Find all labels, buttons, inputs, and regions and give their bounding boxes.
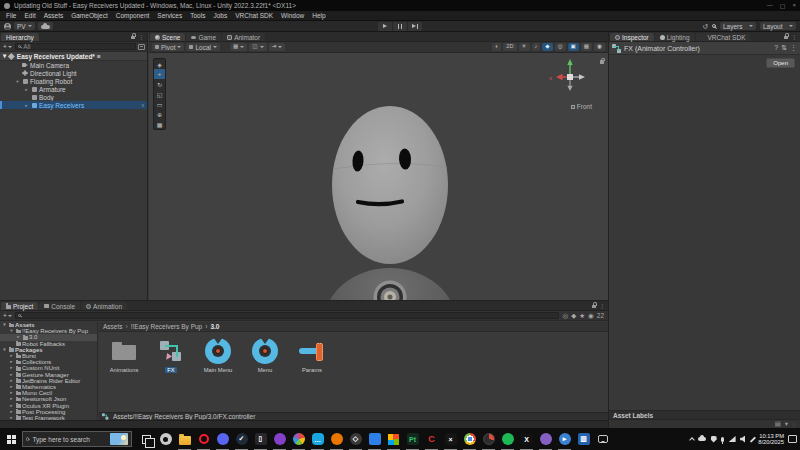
scene-audio-toggle[interactable]: ♪	[532, 43, 541, 51]
tab-lighting[interactable]: Lighting	[655, 33, 695, 41]
lock-icon[interactable]	[592, 305, 596, 308]
increment-snap-button[interactable]: ⇥	[269, 43, 286, 51]
create-asset-button[interactable]: +	[2, 312, 13, 319]
expand-arrow-icon[interactable]: ▸	[9, 372, 14, 378]
project-search-input[interactable]	[15, 312, 559, 319]
tab-scene[interactable]: Scene	[150, 33, 185, 41]
menu-item[interactable]: Tools	[186, 12, 209, 19]
save-search-icon[interactable]: ★	[579, 312, 585, 320]
snap-settings-button[interactable]: ◫	[249, 43, 266, 51]
menu-item[interactable]: Edit	[20, 12, 39, 19]
step-button[interactable]	[408, 22, 422, 31]
tab-console[interactable]: Console	[39, 302, 80, 310]
search-icon[interactable]	[712, 24, 716, 28]
lock-icon[interactable]	[784, 36, 788, 39]
expand-arrow-icon[interactable]: ▾	[3, 52, 6, 60]
scale-tool[interactable]: ◱	[154, 89, 165, 99]
expand-arrow-icon[interactable]: ▸	[9, 390, 14, 396]
visibility-toggle[interactable]: ◎	[555, 43, 566, 51]
x-black-app[interactable]: X	[517, 428, 536, 450]
x-pattern-app[interactable]: ×	[441, 428, 460, 450]
expand-arrow-icon[interactable]: ▸	[9, 365, 14, 371]
menu-item[interactable]: Component	[112, 12, 154, 19]
activity-indicator-icon[interactable]: ◌	[792, 421, 796, 428]
close-button[interactable]: ×	[792, 2, 796, 9]
expand-arrow-icon[interactable]: ▸	[9, 378, 14, 384]
hierarchy-scene-row[interactable]: ▾ Easy Receivers Updated* ≡	[0, 52, 147, 61]
scene-menu-icon[interactable]: ≡	[97, 53, 101, 60]
blue-circle-app[interactable]: ▸	[555, 428, 574, 450]
asset-fx[interactable]: FX	[149, 337, 193, 373]
menu-item[interactable]: File	[2, 12, 20, 19]
pt-app[interactable]: Pt	[403, 428, 422, 450]
layout-dropdown[interactable]: Layout	[760, 22, 796, 30]
settings-app[interactable]	[156, 428, 175, 450]
panel-menu-icon[interactable]: ⋮	[599, 302, 605, 309]
menu-item[interactable]: Window	[277, 12, 308, 19]
unity-hub-app[interactable]: ◇	[346, 428, 365, 450]
expand-arrow-icon[interactable]: ▾	[2, 322, 7, 328]
hierarchy-item-floating-robot[interactable]: ▾ Floating Robot	[0, 77, 147, 85]
asset-animations[interactable]: Animations	[102, 337, 146, 373]
tab-animator[interactable]: Animator	[222, 33, 265, 41]
hierarchy-item-main-camera[interactable]: Main Camera	[0, 61, 147, 69]
gizmos-menu-button[interactable]: ◉	[594, 43, 605, 51]
spotify-app[interactable]	[498, 428, 517, 450]
blue-square-app[interactable]: ▥	[574, 428, 593, 450]
task-view-button[interactable]	[137, 428, 156, 450]
tab-hierarchy[interactable]: Hierarchy	[1, 33, 39, 41]
minimize-button[interactable]: —	[767, 2, 773, 9]
menu-item[interactable]: GameObject	[67, 12, 112, 19]
blue-chat-app[interactable]: …	[308, 428, 327, 450]
color-grid-app[interactable]	[384, 428, 403, 450]
expand-arrow-icon[interactable]: ▸	[9, 353, 14, 359]
asset-labels-section[interactable]: Asset Labels	[609, 410, 800, 419]
expand-arrow-icon[interactable]: ▸	[9, 359, 14, 365]
rotation-mode-button[interactable]: Local	[186, 43, 220, 51]
expand-arrow-icon[interactable]: ▸	[9, 409, 14, 415]
network-icon[interactable]	[729, 436, 736, 442]
view-tool[interactable]: ◈	[154, 59, 165, 69]
checkmark-app[interactable]: ✓	[232, 428, 251, 450]
2d-toggle-button[interactable]: 2D	[503, 43, 516, 51]
menu-item[interactable]: Services	[153, 12, 186, 19]
gauge-app[interactable]	[479, 428, 498, 450]
expand-arrow-icon[interactable]: ▾	[15, 79, 20, 84]
taskbar-clock[interactable]: 10:13 PM 8/20/2025	[758, 433, 784, 446]
breadcrumb-item[interactable]: !!Easy Receivers By Pup	[123, 323, 203, 330]
scene-picker-icon[interactable]	[138, 44, 145, 50]
prefab-open-arrow-icon[interactable]: ›	[142, 102, 147, 109]
hierarchy-item-body[interactable]: Body	[0, 93, 147, 101]
c-red-app[interactable]: C	[422, 428, 441, 450]
menu-item[interactable]: Assets	[40, 12, 68, 19]
search-by-label-icon[interactable]: ◆	[571, 312, 576, 320]
grid-settings-button[interactable]: ▦	[581, 43, 592, 51]
gizmo-lock-icon[interactable]	[600, 60, 604, 63]
presets-icon[interactable]: ⇅	[781, 44, 787, 52]
scene-viewport[interactable]: ◈ + ↻ ◱ ▭ ⊕ ▦	[149, 53, 608, 300]
menu-item[interactable]: VRChat SDK	[231, 12, 277, 19]
expand-arrow-icon[interactable]: ▸	[9, 396, 14, 402]
hierarchy-item-easy-receivers[interactable]: ▸ Easy Receivers ›	[0, 101, 147, 109]
tray-expand-chevron[interactable]	[690, 436, 694, 442]
tab-game[interactable]: Game	[186, 33, 221, 41]
chat-bubble-app[interactable]	[593, 428, 612, 450]
rect-tool[interactable]: ▭	[154, 99, 165, 109]
expand-arrow-icon[interactable]: ▾	[9, 328, 14, 334]
create-object-button[interactable]: +	[2, 43, 13, 50]
tab-inspector[interactable]: Inspector	[610, 33, 654, 41]
asset-menu[interactable]: Menu	[243, 337, 287, 373]
tab-project[interactable]: Project	[1, 302, 38, 310]
help-icon[interactable]: ?	[774, 44, 778, 52]
chrome-app[interactable]	[460, 428, 479, 450]
microphone-icon[interactable]	[721, 437, 724, 442]
version-control-button[interactable]: PV	[14, 22, 35, 30]
volume-icon[interactable]	[740, 436, 747, 443]
panel-menu-icon[interactable]: ⋮	[791, 33, 797, 40]
play-button[interactable]	[378, 22, 392, 31]
tab-animation[interactable]: Animation	[81, 302, 127, 310]
color-wheel-app[interactable]	[289, 428, 308, 450]
pause-button[interactable]	[393, 22, 407, 31]
grid-visibility-button[interactable]: ▦	[230, 43, 247, 51]
cloud-services-button[interactable]	[38, 22, 53, 30]
